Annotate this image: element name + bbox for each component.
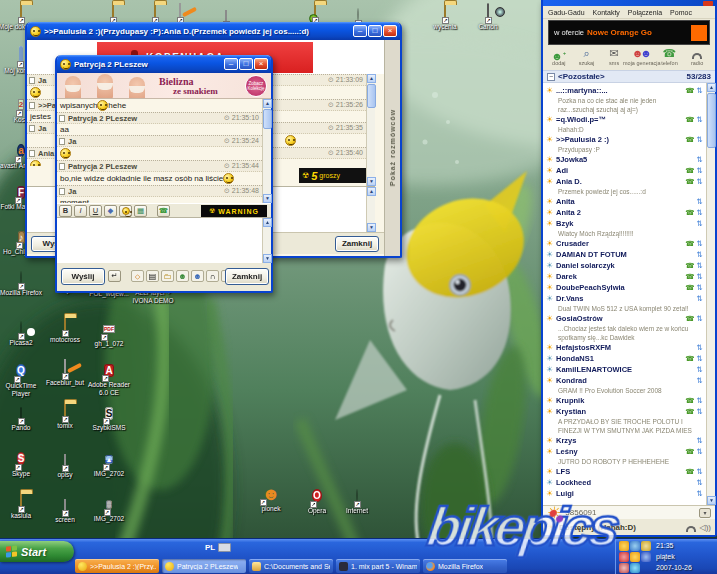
scroll-thumb[interactable]: [707, 93, 716, 148]
desktop-icon-foldershield[interactable]: ↗: [292, 4, 338, 23]
scroll-up-icon[interactable]: ▲: [263, 99, 272, 108]
send-button[interactable]: Wyślij: [61, 268, 105, 285]
desktop-icon-marker[interactable]: ↗: [157, 4, 203, 23]
details-icon[interactable]: ⇅: [695, 489, 704, 498]
warning-ad-banner[interactable]: ☢ WARNING: [201, 205, 267, 217]
status-text[interactable]: Dostępny (Hahah:D): [559, 523, 681, 532]
paulusia-input-scrollbar[interactable]: ▲ ▼: [366, 187, 375, 232]
minimize-button[interactable]: –: [224, 58, 238, 70]
close-button[interactable]: ×: [383, 25, 397, 37]
contact-row[interactable]: ☀Krzys⇅: [543, 435, 706, 446]
details-icon[interactable]: ⇅: [695, 294, 704, 303]
close-button[interactable]: ×: [254, 58, 268, 70]
scroll-down-icon[interactable]: ▼: [263, 254, 272, 263]
close-button[interactable]: [703, 1, 713, 6]
details-icon[interactable]: ⇅: [695, 407, 704, 416]
desktop-icon-IMG_2702[interactable]: ▲↗IMG_2702: [86, 448, 132, 478]
maximize-button[interactable]: □: [368, 25, 382, 37]
details-icon[interactable]: ⇅: [695, 208, 704, 217]
taskbar-button-3[interactable]: C:\Documents and Se...: [249, 559, 333, 573]
headphones-icon[interactable]: ∩: [206, 270, 219, 282]
contact-group-header[interactable]: − <Pozostałe> 53/283: [543, 70, 715, 83]
scroll-thumb[interactable]: [263, 109, 272, 129]
paulusia-title-bar[interactable]: >>Paulusia 2 :)(Przydupasy :P):Ania D.(P…: [27, 22, 400, 40]
desktop-icon-gh_1_072[interactable]: PDF↗gh_1_072: [86, 317, 132, 348]
contact-row[interactable]: ☀Bzyk⇅: [543, 218, 706, 229]
sun-tray-icon[interactable]: [630, 552, 640, 562]
details-icon[interactable]: ⇅: [695, 250, 704, 259]
contact-row[interactable]: ☀Luigi⇅: [543, 488, 706, 499]
language-bar[interactable]: PL: [205, 543, 231, 552]
taskbar-button-2[interactable]: Patrycja 2 PLeszew: [162, 559, 246, 573]
contact-row[interactable]: ☀LFS☎⇅: [543, 466, 706, 477]
bold-button[interactable]: B: [59, 205, 72, 217]
scroll-down-icon[interactable]: ▼: [367, 223, 376, 232]
contact-row[interactable]: ☀HondaNS1☎⇅: [543, 353, 706, 364]
desktop-icon-pionek[interactable]: ☻↗pionek: [248, 485, 294, 513]
toolbar-telefon[interactable]: ☎telefon: [656, 47, 683, 66]
contact-list-scrollbar[interactable]: ▲ ▼: [706, 83, 715, 505]
desktop-icon-opisy[interactable]: ↗opisy: [42, 448, 88, 479]
scroll-down-icon[interactable]: ▼: [367, 177, 376, 186]
toolbar-szukaj[interactable]: ⌕szukaj: [573, 47, 600, 66]
contact-list[interactable]: ☀...::martyna::...☎⇅Pozka na co cie stac…: [543, 83, 706, 505]
contact-row[interactable]: ☀Krupnik☎⇅: [543, 395, 706, 406]
details-icon[interactable]: ⇅: [695, 447, 704, 456]
gg-number-field[interactable]: 3856091: [565, 508, 695, 517]
details-icon[interactable]: ⇅: [695, 272, 704, 281]
scroll-up-icon[interactable]: ▲: [367, 187, 376, 196]
close-chat-button[interactable]: Zamknij: [335, 236, 379, 252]
desktop-icon-Faceblur_but[interactable]: ↗Faceblur_but: [42, 360, 88, 387]
patrycja-title-bar[interactable]: Patrycja 2 PLeszew – □ ×: [57, 55, 271, 73]
contact-row[interactable]: ☀=q.Włodi.p=™☎⇅: [543, 114, 706, 125]
details-icon[interactable]: ⇅: [695, 314, 704, 323]
contact-row[interactable]: ☀>>Paulusia 2 :)☎⇅: [543, 134, 706, 145]
shield-icon[interactable]: ◆: [104, 205, 117, 217]
desktop-icon-QuickTime Player[interactable]: Q↗QuickTime Player: [0, 360, 44, 397]
scroll-thumb[interactable]: [367, 84, 376, 108]
italic-button[interactable]: I: [74, 205, 87, 217]
phone-button[interactable]: ☎: [157, 205, 170, 217]
details-icon[interactable]: ⇅: [695, 467, 704, 476]
details-icon[interactable]: ⇅: [695, 177, 704, 186]
menu-item-Kontakty[interactable]: Kontakty: [593, 9, 620, 16]
details-icon[interactable]: ⇅: [695, 239, 704, 248]
toolbar-dodaj[interactable]: ☻+dodaj: [545, 47, 572, 66]
tray-clock[interactable]: 21:35 piątek 2007-10-26: [654, 539, 717, 574]
scroll-down-icon[interactable]: ▼: [707, 496, 716, 505]
details-icon[interactable]: ⇅: [695, 343, 704, 352]
contact-row[interactable]: ☀Anita 2☎⇅: [543, 207, 706, 218]
desktop-icon-Pando[interactable]: ↗Pando: [0, 403, 44, 432]
number-menu-button[interactable]: ▾: [699, 508, 711, 518]
radio-headphones-icon[interactable]: [686, 526, 696, 532]
scroll-up-icon[interactable]: ▲: [707, 83, 716, 92]
desktop-icon-folder[interactable]: ↗: [90, 4, 136, 23]
details-icon[interactable]: ⇅: [695, 219, 704, 228]
menu-item-Połączenia[interactable]: Połączenia: [628, 9, 662, 16]
chat-window-patrycja[interactable]: Patrycja 2 PLeszew – □ × Bielizna ze sma…: [55, 55, 273, 293]
speaker-icon[interactable]: ◁)): [700, 523, 711, 532]
desktop-icon-screen[interactable]: ↗screen: [42, 493, 88, 524]
clock-tray-icon[interactable]: [630, 563, 640, 573]
contact-icon[interactable]: ☻: [191, 270, 204, 282]
contact-row[interactable]: ☀Adi☎⇅: [543, 165, 706, 176]
desktop-icon-kasiula[interactable]: ↗kasiula: [0, 493, 44, 520]
scroll-up-icon[interactable]: ▲: [263, 218, 272, 227]
scroll-down-icon[interactable]: ▼: [263, 194, 272, 203]
desktop-icon-Adobe Reader 6.0 CE[interactable]: A↗Adobe Reader 6.0 CE: [86, 360, 132, 396]
menu-item-Gadu-Gadu[interactable]: Gadu-Gadu: [548, 9, 585, 16]
desktop-icon-Mozilla Firefox[interactable]: ↗Mozilla Firefox: [0, 267, 44, 297]
contact-row[interactable]: ☀DAMIAN DT FOTUM⇅: [543, 249, 706, 260]
desktop-icon-Picasa2[interactable]: ↗Picasa2: [0, 317, 44, 347]
folder-icon[interactable]: 🗀: [161, 270, 174, 282]
orange-ad-banner[interactable]: w ofercie Nowe Orange Go: [548, 20, 710, 45]
contact-row[interactable]: ☀Lockheed⇅: [543, 477, 706, 488]
network-tray-icon[interactable]: [641, 552, 651, 562]
messenger-tray-icon[interactable]: [630, 541, 640, 551]
contact-row[interactable]: ☀5Jowka5⇅: [543, 154, 706, 165]
image-button[interactable]: ▦: [134, 205, 147, 217]
emoticon-button[interactable]: [119, 205, 132, 217]
contact-row[interactable]: ☀Leśny☎⇅: [543, 446, 706, 457]
patrycja-scrollbar[interactable]: ▲ ▼: [262, 99, 271, 203]
contact-row[interactable]: ☀Anita⇅: [543, 196, 706, 207]
